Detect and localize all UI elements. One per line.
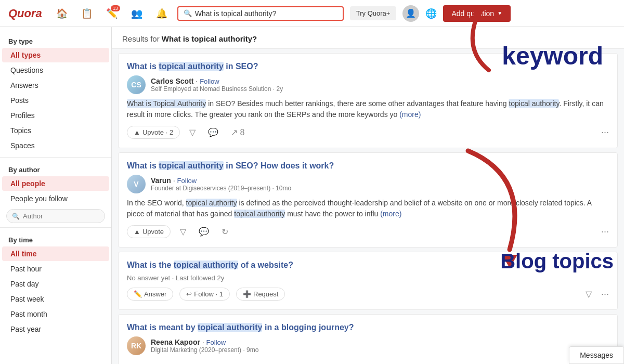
more-link-1[interactable]: (more) bbox=[399, 110, 421, 119]
bell-nav-icon[interactable]: 🔔 bbox=[152, 4, 171, 23]
user-info-2: V Varun · Follow Founder at Digiseoservi… bbox=[127, 175, 609, 193]
sidebar-item-people-you-follow[interactable]: People you follow bbox=[2, 191, 109, 206]
follow-label-3: Follow · 1 bbox=[194, 290, 223, 298]
add-question-button[interactable]: Add question ▼ bbox=[443, 5, 511, 22]
logo: Quora bbox=[8, 7, 42, 20]
sidebar-item-past-year[interactable]: Past year bbox=[2, 322, 109, 336]
highlight-4: topical authority bbox=[198, 323, 262, 332]
follow-button-3[interactable]: ↩ Follow · 1 bbox=[179, 288, 230, 301]
result-text-1: What is Topical Authority in SEO? Beside… bbox=[127, 98, 609, 120]
sidebar-item-topics[interactable]: Topics bbox=[2, 123, 109, 138]
main-content: Results for What is topical authority? W… bbox=[112, 27, 624, 364]
feed-nav-icon[interactable]: 📋 bbox=[77, 4, 96, 23]
search-input[interactable] bbox=[195, 9, 337, 18]
dropdown-caret-icon: ▼ bbox=[497, 10, 502, 16]
request-icon-3: ➕ bbox=[243, 290, 251, 298]
sidebar-item-past-week[interactable]: Past week bbox=[2, 292, 109, 306]
user-details-2: Varun · Follow Founder at Digiseoservice… bbox=[151, 176, 609, 192]
sidebar-item-past-month[interactable]: Past month bbox=[2, 307, 109, 321]
follow-icon-3: ↩ bbox=[186, 290, 192, 298]
sidebar-item-profiles[interactable]: Profiles bbox=[2, 108, 109, 123]
highlight-3: topical authority bbox=[174, 261, 238, 269]
share-button-1[interactable]: ↗ 8 bbox=[228, 125, 248, 139]
avatar-4: RK bbox=[127, 336, 146, 355]
search-icon: 🔍 bbox=[184, 9, 192, 17]
no-answer-3: No answer yet · Last followed 2y bbox=[127, 274, 609, 282]
author-search-box: 🔍 bbox=[6, 209, 105, 223]
result-title-2[interactable]: What is topical authority in SEO? How do… bbox=[127, 161, 609, 171]
result-card-1: What is topical authority in SEO? CS Car… bbox=[118, 53, 618, 148]
home-nav-icon[interactable]: 🏠 bbox=[53, 4, 71, 23]
by-time-title: By time bbox=[0, 232, 111, 246]
upvote-button-2[interactable]: ▲ Upvote bbox=[127, 225, 171, 238]
sidebar-item-questions[interactable]: Questions bbox=[2, 63, 109, 77]
user-name-2: Varun bbox=[151, 176, 171, 185]
user-meta-4: Digital Marketing (2020–present) · 9mo bbox=[151, 346, 609, 354]
people-nav-icon[interactable]: 👥 bbox=[127, 4, 146, 23]
search-box: 🔍 bbox=[177, 6, 344, 21]
follow-link-1[interactable]: Follow bbox=[200, 77, 219, 85]
result-title-3[interactable]: What is the topical authority of a websi… bbox=[127, 261, 609, 270]
answer-button-3[interactable]: ✏️ Answer bbox=[127, 288, 173, 301]
user-info-4: RK Reena Kapoor · Follow Digital Marketi… bbox=[127, 336, 609, 355]
result-actions-1: ▲ Upvote · 2 ▽ 💬 ↗ 8 ··· bbox=[127, 125, 609, 139]
sidebar-item-all-time[interactable]: All time bbox=[2, 246, 109, 261]
highlight-2: topical authority bbox=[159, 161, 223, 170]
comment-button-1[interactable]: 💬 bbox=[205, 125, 222, 139]
results-header: Results for What is topical authority? bbox=[112, 27, 624, 49]
sidebar: By type All types Questions Answers Post… bbox=[0, 27, 112, 364]
sidebar-item-past-day[interactable]: Past day bbox=[2, 277, 109, 291]
upvote-icon-2: ▲ bbox=[134, 228, 140, 236]
globe-icon[interactable]: 🌐 bbox=[425, 8, 437, 19]
more-options-2[interactable]: ··· bbox=[601, 226, 609, 237]
result-actions-3: ✏️ Answer ↩ Follow · 1 ➕ Request ▽ ··· bbox=[127, 287, 609, 301]
user-details-1: Carlos Scott · Follow Self Employed at N… bbox=[151, 77, 609, 93]
author-search-icon: 🔍 bbox=[12, 213, 20, 220]
more-options-1[interactable]: ··· bbox=[601, 127, 609, 138]
downvote-button-3[interactable]: ▽ bbox=[582, 287, 595, 301]
highlight-1: topical authority bbox=[159, 62, 223, 71]
sidebar-item-all-people[interactable]: All people bbox=[2, 176, 109, 191]
user-details-4: Reena Kapoor · Follow Digital Marketing … bbox=[151, 338, 609, 354]
result-card-3: What is the topical authority of a websi… bbox=[118, 252, 618, 310]
comment-button-2[interactable]: 💬 bbox=[196, 225, 212, 239]
edit-icon-3: ✏️ bbox=[134, 290, 142, 298]
sidebar-item-posts[interactable]: Posts bbox=[2, 93, 109, 108]
user-meta-2: Founder at Digiseoservices (2019–present… bbox=[151, 185, 609, 192]
user-name-4: Reena Kapoor bbox=[151, 338, 200, 346]
more-options-3[interactable]: ··· bbox=[601, 289, 609, 300]
author-search-input[interactable] bbox=[23, 212, 99, 220]
sidebar-divider-2 bbox=[0, 227, 111, 228]
follow-link-2[interactable]: Follow bbox=[177, 177, 197, 185]
result-title-1[interactable]: What is topical authority in SEO? bbox=[127, 62, 609, 71]
sidebar-item-answers[interactable]: Answers bbox=[2, 78, 109, 93]
more-link-2[interactable]: (more) bbox=[380, 210, 401, 218]
result-actions-2: ▲ Upvote ▽ 💬 ↻ ··· bbox=[127, 225, 609, 239]
refresh-button-2[interactable]: ↻ bbox=[218, 225, 231, 239]
sidebar-item-spaces[interactable]: Spaces bbox=[2, 138, 109, 153]
follow-link-4[interactable]: Follow bbox=[206, 339, 226, 346]
result-text-2: In the SEO world, topical authority is d… bbox=[127, 198, 609, 219]
result-card-4: What is meant by topical authority in a … bbox=[118, 314, 618, 364]
answer-label-3: Answer bbox=[144, 290, 166, 298]
sidebar-item-all-types[interactable]: All types bbox=[2, 48, 109, 62]
messages-tab[interactable]: Messages bbox=[569, 346, 624, 364]
upvote-icon-1: ▲ bbox=[134, 128, 140, 136]
user-meta-1: Self Employed at Nomad Business Solution… bbox=[151, 85, 609, 93]
avatar[interactable]: 👤 bbox=[402, 5, 419, 22]
user-info-1: CS Carlos Scott · Follow Self Employed a… bbox=[127, 75, 609, 94]
notifications-nav-icon[interactable]: ✏️ 13 bbox=[102, 4, 121, 23]
sidebar-divider-1 bbox=[0, 157, 111, 158]
request-label-3: Request bbox=[253, 290, 278, 298]
try-quora-button[interactable]: Try Quora+ bbox=[350, 6, 397, 20]
upvote-button-1[interactable]: ▲ Upvote · 2 bbox=[127, 126, 180, 139]
by-author-title: By author bbox=[0, 162, 111, 176]
downvote-button-1[interactable]: ▽ bbox=[186, 125, 199, 139]
sidebar-item-past-hour[interactable]: Past hour bbox=[2, 262, 109, 276]
request-button-3[interactable]: ➕ Request bbox=[236, 288, 285, 301]
downvote-button-2[interactable]: ▽ bbox=[177, 225, 189, 239]
results-header-query: What is topical authority? bbox=[162, 34, 257, 43]
avatar-1: CS bbox=[127, 75, 146, 94]
result-title-4[interactable]: What is meant by topical authority in a … bbox=[127, 323, 609, 332]
result-card-2: What is topical authority in SEO? How do… bbox=[118, 152, 618, 248]
